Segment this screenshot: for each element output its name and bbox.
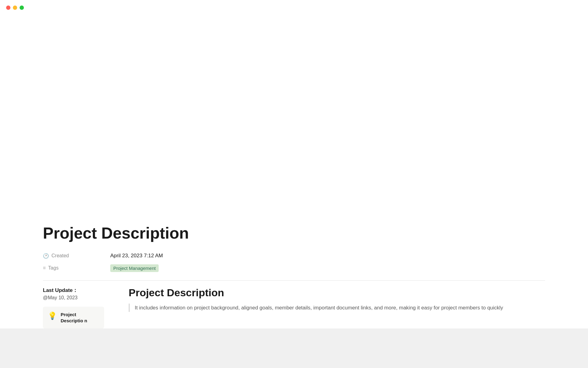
- clock-icon: 🕐: [43, 253, 49, 259]
- tags-property-row: ≡ Tags Project Management: [43, 262, 545, 274]
- mac-minimize-button[interactable]: [13, 6, 17, 10]
- bottom-content: Project Description It includes informat…: [129, 287, 545, 328]
- list-icon: ≡: [43, 265, 46, 271]
- bottom-sidebar: Last Update： @May 10, 2023 💡 Project Des…: [43, 287, 110, 328]
- project-management-tag[interactable]: Project Management: [110, 264, 159, 272]
- page-title: Project Description: [43, 224, 545, 242]
- section-divider: [43, 280, 545, 281]
- last-update-date: @May 10, 2023: [43, 295, 110, 301]
- created-property-row: 🕐 Created April 23, 2023 7:12 AM: [43, 250, 545, 262]
- tags-label-text: Tags: [48, 265, 58, 271]
- page-card[interactable]: 💡 Project Descriptio n: [43, 307, 104, 328]
- tags-value: Project Management: [110, 264, 159, 272]
- tags-label: ≡ Tags: [43, 265, 110, 271]
- mac-maximize-button[interactable]: [20, 6, 24, 10]
- mac-window-controls: [6, 6, 24, 10]
- page-card-title: Project Descriptio n: [61, 312, 99, 324]
- bottom-page-title: Project Description: [129, 287, 545, 299]
- last-update-label: Last Update：: [43, 287, 110, 294]
- main-page-view: Project Description 🕐 Created April 23, …: [0, 0, 588, 328]
- bottom-description: It includes information on project backg…: [129, 304, 545, 312]
- page-card-icon: 💡: [48, 312, 57, 320]
- created-value: April 23, 2023 7:12 AM: [110, 253, 163, 259]
- created-label-text: Created: [51, 253, 69, 259]
- created-label: 🕐 Created: [43, 253, 110, 259]
- bottom-section: Last Update： @May 10, 2023 💡 Project Des…: [43, 287, 545, 328]
- mac-close-button[interactable]: [6, 6, 10, 10]
- properties-section: 🕐 Created April 23, 2023 7:12 AM ≡ Tags …: [43, 250, 545, 274]
